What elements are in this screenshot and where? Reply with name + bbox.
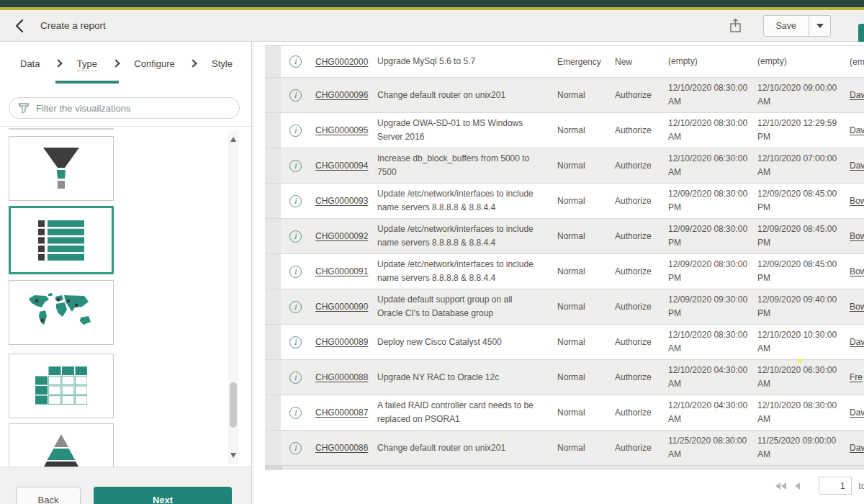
info-icon[interactable]: i	[289, 125, 302, 137]
info-icon[interactable]: i	[289, 195, 302, 207]
info-icon[interactable]: i	[289, 407, 302, 419]
pagination-bar: to 20 of 100	[252, 477, 864, 495]
visualization-filter	[9, 97, 240, 119]
change-number-link[interactable]: CHG0000089	[315, 337, 368, 347]
row-gutter	[265, 148, 281, 183]
info-icon[interactable]: i	[289, 301, 302, 313]
previous-page-button[interactable]	[795, 482, 800, 490]
assigned-to-link[interactable]: Dav	[850, 125, 864, 135]
planned-end-cell: 12/10/2020 06:30:00 AM	[757, 364, 844, 390]
short-description-cell: Increase db_block_buffers from 5000 to 7…	[377, 152, 536, 179]
change-number-link[interactable]: CHG0000091	[315, 266, 368, 276]
scroll-up-arrow-icon[interactable]	[230, 137, 236, 142]
tab-type[interactable]: Type	[77, 44, 97, 84]
short-description-cell: Update default support group on all Orac…	[377, 293, 536, 320]
next-step-button[interactable]: Next	[94, 487, 232, 504]
planned-start-cell: 12/09/2020 08:30:00 PM	[668, 258, 755, 284]
change-number-link[interactable]: CHG0000086	[315, 443, 368, 453]
assigned-to-link[interactable]: Bow	[850, 302, 864, 312]
info-icon[interactable]: i	[289, 89, 302, 102]
short-description-cell: Upgrade OWA-SD-01 to MS Windows Server 2…	[377, 117, 536, 143]
row-gutter	[265, 431, 281, 465]
change-number-link[interactable]: CHG0002000	[315, 57, 368, 67]
assigned-to-link[interactable]: Dav	[850, 90, 864, 100]
info-icon[interactable]: i	[289, 160, 302, 172]
planned-end-cell: 12/10/2020 09:00:00 AM	[757, 81, 844, 108]
short-description-cell: Update /etc/network/interfaces to includ…	[377, 187, 536, 214]
change-number-link[interactable]: CHG0000096	[315, 90, 368, 100]
share-button[interactable]	[729, 18, 742, 33]
info-icon[interactable]: i	[289, 230, 302, 243]
info-icon[interactable]: i	[289, 372, 302, 384]
back-button[interactable]	[10, 17, 29, 35]
page-number-input[interactable]	[819, 477, 852, 495]
change-number-link[interactable]: CHG0000093	[315, 196, 368, 206]
table-row: i CHG0000094 Increase db_block_buffers f…	[265, 148, 864, 184]
state-cell: Authorize	[615, 266, 665, 276]
change-number-link[interactable]: CHG0000088	[315, 372, 368, 382]
change-number-link[interactable]: CHG0000090	[315, 302, 368, 312]
assigned-to-link[interactable]: Fre	[850, 372, 863, 382]
assigned-to-link[interactable]: Dav	[850, 408, 864, 418]
change-number-link[interactable]: CHG0000092	[315, 231, 368, 241]
planned-start-cell: 12/09/2020 08:30:00 PM	[668, 187, 755, 214]
priority-cell: Normal	[557, 408, 600, 418]
assigned-to-link[interactable]: Dav	[850, 161, 864, 171]
row-gutter	[265, 395, 281, 430]
row-gutter	[265, 46, 281, 77]
pagination-range-label: to 20 of 100	[859, 481, 864, 491]
state-cell: Authorize	[615, 125, 665, 135]
priority-cell: Emergency	[557, 57, 600, 67]
tab-data[interactable]: Data	[20, 44, 40, 84]
change-request-table: i CHG0002000 Upgrade MySql 5.6 to 5.7 Em…	[265, 45, 864, 470]
info-icon[interactable]: i	[289, 55, 302, 68]
assigned-to-link[interactable]: Bow	[850, 231, 864, 241]
assigned-to-cell: Bow	[850, 196, 864, 206]
planned-start-cell: 12/10/2020 06:30:00 AM	[668, 152, 755, 179]
state-cell: Authorize	[615, 231, 665, 241]
tab-style[interactable]: Style	[212, 44, 233, 84]
assigned-to-link[interactable]: (empty)	[850, 57, 864, 67]
assigned-to-link[interactable]: Bow	[850, 196, 864, 206]
state-cell: Authorize	[615, 90, 665, 100]
save-dropdown-button[interactable]	[809, 15, 831, 37]
scrolled-thumbnail-edge	[9, 128, 114, 130]
funnel-chart-icon	[36, 146, 86, 191]
planned-start-cell: 12/10/2020 08:30:00 AM	[668, 81, 755, 108]
caret-down-icon	[816, 24, 824, 28]
tab-configure[interactable]: Configure	[134, 44, 174, 84]
viz-type-pivot-table[interactable]	[9, 354, 114, 418]
scrollbar-thumb[interactable]	[230, 382, 237, 428]
assigned-to-link[interactable]: Dav	[850, 337, 864, 347]
state-cell: New	[615, 57, 665, 67]
filter-input[interactable]	[36, 103, 230, 114]
planned-end-cell: 12/09/2020 08:45:00 PM	[757, 222, 844, 249]
short-description-cell: Change default router on unix201	[377, 441, 536, 455]
viz-type-world-map[interactable]	[9, 280, 114, 345]
viz-type-pyramid[interactable]	[9, 423, 114, 467]
info-icon[interactable]: i	[289, 336, 302, 348]
table-row: i CHG0000087 A failed RAID controller ca…	[265, 395, 864, 431]
page-title: Create a report	[40, 20, 106, 31]
priority-cell: Normal	[557, 302, 600, 312]
priority-cell: Normal	[557, 337, 600, 347]
viz-type-list[interactable]	[9, 206, 114, 274]
change-number-link[interactable]: CHG0000095	[315, 125, 368, 135]
first-page-button[interactable]	[775, 482, 786, 490]
change-number-link[interactable]: CHG0000094	[315, 161, 368, 171]
assigned-to-link[interactable]: Bow	[850, 266, 864, 276]
change-number-link[interactable]: CHG0000087	[315, 408, 368, 418]
assigned-to-link[interactable]: Dav	[850, 443, 864, 453]
planned-start-cell: 12/10/2020 04:30:00 AM	[668, 364, 755, 390]
viz-type-funnel[interactable]	[9, 136, 114, 201]
short-description-cell: Update /etc/network/interfaces to includ…	[377, 258, 536, 284]
viz-list-scrollbar[interactable]	[228, 131, 238, 464]
scroll-down-arrow-icon[interactable]	[230, 453, 236, 458]
info-icon[interactable]: i	[289, 266, 302, 278]
planned-start-cell: 12/09/2020 08:30:00 PM	[668, 222, 755, 249]
info-icon[interactable]: i	[289, 442, 302, 454]
priority-cell: Normal	[557, 231, 600, 241]
back-step-button[interactable]: Back	[16, 487, 81, 504]
assigned-to-cell: Bow	[850, 231, 864, 241]
save-button[interactable]: Save	[763, 15, 810, 37]
